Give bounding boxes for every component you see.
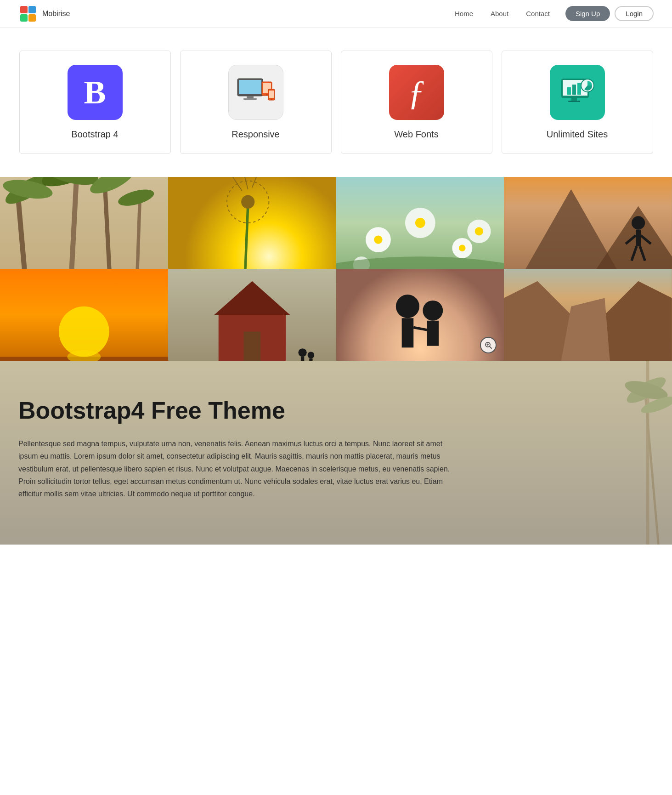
- svg-rect-58: [636, 230, 641, 247]
- gallery-cell-5: [0, 269, 168, 361]
- responsive-icon: [235, 76, 277, 108]
- nav-links: Home About Contact Sign Up Login: [448, 6, 654, 21]
- webfonts-icon: ƒ: [408, 75, 425, 110]
- svg-point-79: [395, 295, 419, 318]
- couple-art: [336, 269, 504, 361]
- bootstrap-icon-wrap: B: [68, 65, 123, 120]
- navbar: Mobirise Home About Contact Sign Up Logi…: [0, 0, 672, 28]
- feature-card-bootstrap: B Bootstrap 4: [19, 51, 171, 154]
- gallery-cell-2: [168, 177, 336, 269]
- svg-rect-36: [168, 177, 336, 269]
- svg-rect-13: [269, 91, 274, 98]
- svg-point-94: [623, 373, 669, 408]
- svg-rect-4: [28, 14, 36, 22]
- svg-rect-20: [571, 98, 577, 101]
- svg-point-81: [423, 301, 443, 321]
- feature-card-responsive: Responsive: [180, 51, 332, 154]
- features-grid: B Bootstrap 4: [19, 51, 653, 154]
- gallery-cell-1: [0, 177, 168, 269]
- content-section: Bootstrap4 Free Theme Pellentesque sed m…: [0, 361, 672, 545]
- sunset-art: [0, 269, 168, 361]
- svg-rect-19: [577, 83, 581, 95]
- svg-rect-2: [28, 6, 36, 13]
- svg-point-45: [374, 235, 382, 244]
- svg-rect-8: [243, 98, 257, 100]
- rocks-art: [504, 269, 672, 361]
- zoom-svg: [484, 341, 492, 349]
- svg-rect-93: [644, 398, 660, 545]
- gallery-cell-6: [168, 269, 336, 361]
- gallery-cell-7: [336, 269, 504, 361]
- webfonts-label: Web Fonts: [394, 129, 438, 140]
- dandelion-art: [168, 177, 336, 269]
- bootstrap-icon: B: [84, 74, 106, 112]
- svg-point-74: [298, 348, 306, 357]
- features-section: B Bootstrap 4: [0, 28, 672, 177]
- palm-art: [0, 177, 168, 269]
- farm-art: [168, 269, 336, 361]
- unlimited-icon-wrap: [550, 65, 605, 120]
- login-button[interactable]: Login: [615, 6, 654, 21]
- svg-point-39: [241, 195, 254, 209]
- brand-name: Mobirise: [42, 10, 70, 18]
- svg-rect-3: [20, 14, 28, 22]
- svg-rect-92: [646, 361, 649, 545]
- svg-rect-1: [20, 6, 28, 13]
- svg-line-85: [490, 346, 491, 348]
- svg-rect-18: [572, 85, 576, 95]
- unlimited-icon: [559, 76, 596, 108]
- svg-rect-75: [301, 357, 304, 361]
- bootstrap-label: Bootstrap 4: [71, 129, 118, 140]
- svg-point-76: [307, 352, 314, 358]
- responsive-icon-wrap: [228, 65, 283, 120]
- svg-point-47: [415, 218, 425, 228]
- mountain-art: [504, 177, 672, 269]
- webfonts-icon-wrap: ƒ: [389, 65, 444, 120]
- content-heading: Bootstrap4 Free Theme: [18, 398, 455, 424]
- nav-home[interactable]: Home: [448, 7, 480, 20]
- svg-rect-82: [427, 321, 439, 346]
- flowers-art: [336, 177, 504, 269]
- bg-palms: [562, 361, 672, 545]
- svg-point-14: [271, 99, 272, 100]
- gallery-cell-4: [504, 177, 672, 269]
- svg-point-64: [59, 307, 109, 357]
- feature-card-unlimited: Unlimited Sites: [502, 51, 653, 154]
- nav-contact[interactable]: Contact: [520, 7, 556, 20]
- unlimited-label: Unlimited Sites: [547, 129, 608, 140]
- svg-point-49: [458, 245, 465, 252]
- svg-point-96: [639, 393, 672, 416]
- gallery-cell-3: [336, 177, 504, 269]
- svg-point-57: [632, 216, 645, 229]
- feature-card-webfonts: ƒ Web Fonts: [341, 51, 492, 154]
- svg-rect-21: [568, 101, 580, 102]
- content-body: Pellentesque sed magna tempus, vulputate…: [18, 437, 455, 500]
- nav-about[interactable]: About: [484, 7, 515, 20]
- responsive-label: Responsive: [232, 129, 280, 140]
- svg-rect-78: [336, 269, 504, 361]
- brand-logo: [18, 4, 38, 23]
- svg-rect-17: [567, 87, 571, 95]
- svg-point-52: [474, 227, 483, 235]
- svg-rect-7: [247, 96, 254, 98]
- zoom-icon[interactable]: [480, 337, 497, 353]
- signup-button[interactable]: Sign Up: [565, 6, 610, 21]
- svg-rect-70: [243, 332, 260, 361]
- gallery-section: [0, 177, 672, 361]
- svg-rect-6: [239, 80, 261, 94]
- svg-point-11: [266, 94, 267, 96]
- brand-link[interactable]: Mobirise: [18, 4, 70, 23]
- gallery-cell-8: [504, 269, 672, 361]
- svg-point-95: [623, 377, 669, 403]
- content-inner: Bootstrap4 Free Theme Pellentesque sed m…: [18, 398, 455, 500]
- svg-rect-80: [401, 318, 413, 347]
